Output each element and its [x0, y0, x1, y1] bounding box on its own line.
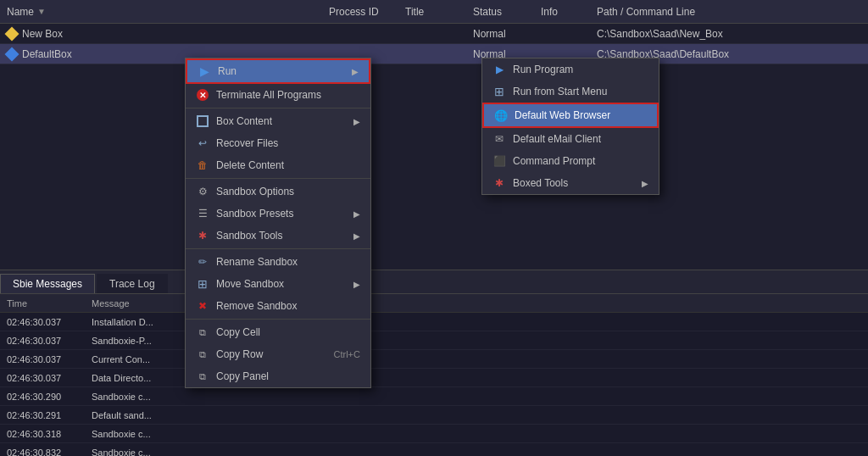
submenu-label-boxed-tools: Boxed Tools — [513, 177, 568, 189]
menu-separator-2 — [186, 178, 370, 179]
boxed-tools-icon: ✱ — [492, 176, 506, 190]
menu-separator — [186, 108, 370, 108]
submenu-item-default-email[interactable]: ✉ Default eMail Client — [482, 128, 659, 150]
menu-item-recover-files[interactable]: ↩ Recover Files — [186, 132, 370, 154]
box-icon — [196, 114, 209, 128]
menu-label-terminate: Terminate All Programs — [216, 89, 321, 101]
menu-item-copy-panel[interactable]: ⧉ Copy Panel — [186, 365, 370, 387]
menu-item-sandbox-presets[interactable]: ☰ Sandbox Presets ▶ — [186, 203, 370, 225]
menu-item-terminate[interactable]: ✕ Terminate All Programs — [186, 84, 370, 106]
context-menu-overlay: ▶ Run ▶ ✕ Terminate All Programs Box Con… — [0, 0, 868, 456]
gear-icon: ⚙ — [196, 185, 209, 198]
menu-label-delete: Delete Content — [216, 159, 284, 171]
x-circle-icon: ✕ — [196, 88, 209, 102]
menu-item-sandbox-tools[interactable]: ✱ Sandbox Tools ▶ — [186, 225, 370, 247]
run-submenu: ▶ Run Program ⊞ Run from Start Menu 🌐 De… — [481, 58, 659, 195]
submenu-label-cmd: Command Prompt — [513, 155, 595, 167]
menu-item-rename[interactable]: ✏ Rename Sandbox — [186, 251, 370, 273]
submenu-item-run-program[interactable]: ▶ Run Program — [482, 58, 659, 81]
submenu-label-email: Default eMail Client — [513, 133, 601, 145]
remove-icon: ✖ — [196, 299, 209, 313]
copy-cell-icon: ⧉ — [196, 325, 209, 339]
main-context-menu: ▶ Run ▶ ✕ Terminate All Programs Box Con… — [185, 58, 371, 388]
submenu-label-run-start: Run from Start Menu — [513, 86, 607, 97]
recover-icon: ↩ — [196, 136, 209, 150]
copy-panel-icon: ⧉ — [196, 370, 209, 383]
menu-separator-3 — [186, 248, 370, 249]
copy-row-icon: ⧉ — [196, 348, 209, 361]
menu-label-copy-panel: Copy Panel — [216, 370, 269, 382]
menu-item-delete-content[interactable]: 🗑 Delete Content — [186, 154, 370, 176]
submenu-item-run-start-menu[interactable]: ⊞ Run from Start Menu — [482, 81, 659, 103]
menu-label-run: Run — [218, 65, 236, 77]
submenu-arrow-icon-4: ▶ — [353, 231, 360, 241]
submenu-label-run-program: Run Program — [513, 64, 573, 75]
menu-label-sandbox-tools: Sandbox Tools — [216, 230, 283, 242]
submenu-item-boxed-tools[interactable]: ✱ Boxed Tools ▶ — [482, 172, 659, 194]
menu-label-box-content: Box Content — [216, 115, 272, 127]
start-menu-icon: ⊞ — [492, 85, 506, 98]
menu-item-remove[interactable]: ✖ Remove Sandbox — [186, 295, 370, 317]
menu-label-rename: Rename Sandbox — [216, 256, 298, 268]
submenu-arrow-icon-3: ▶ — [353, 209, 360, 219]
menu-item-move[interactable]: ⊞ Move Sandbox ▶ — [186, 273, 370, 295]
menu-item-copy-row[interactable]: ⧉ Copy Row Ctrl+C — [186, 343, 370, 365]
menu-label-recover: Recover Files — [216, 137, 278, 149]
run-icon: ▶ — [198, 64, 211, 78]
run-program-icon: ▶ — [492, 63, 506, 76]
menu-label-move: Move Sandbox — [216, 278, 284, 290]
email-icon: ✉ — [492, 132, 506, 146]
submenu-label-web-browser: Default Web Browser — [515, 109, 610, 121]
menu-label-sandbox-presets: Sandbox Presets — [216, 208, 293, 220]
web-browser-icon: 🌐 — [494, 108, 508, 122]
submenu-arrow-icon-2: ▶ — [353, 117, 360, 126]
menu-item-box-content[interactable]: Box Content ▶ — [186, 110, 370, 132]
menu-separator-4 — [186, 319, 370, 320]
move-icon: ⊞ — [196, 277, 209, 291]
submenu-arrow-icon: ▶ — [352, 67, 359, 76]
copy-row-shortcut: Ctrl+C — [334, 349, 360, 359]
tools-icon: ✱ — [196, 229, 209, 242]
menu-item-sandbox-options[interactable]: ⚙ Sandbox Options — [186, 181, 370, 203]
menu-label-remove: Remove Sandbox — [216, 300, 297, 312]
menu-label-copy-row: Copy Row — [216, 348, 263, 360]
preset-icon: ☰ — [196, 207, 209, 220]
menu-item-copy-cell[interactable]: ⧉ Copy Cell — [186, 321, 370, 343]
submenu-arrow-icon-5: ▶ — [353, 280, 360, 289]
submenu-item-default-web[interactable]: 🌐 Default Web Browser — [482, 103, 659, 128]
cmd-icon: ⬛ — [492, 154, 506, 168]
delete-icon: 🗑 — [196, 158, 209, 172]
menu-label-copy-cell: Copy Cell — [216, 326, 260, 338]
rename-icon: ✏ — [196, 255, 209, 269]
boxed-tools-arrow-icon: ▶ — [642, 179, 648, 188]
menu-item-run[interactable]: ▶ Run ▶ — [186, 58, 370, 84]
submenu-item-command-prompt[interactable]: ⬛ Command Prompt — [482, 150, 659, 172]
menu-label-sandbox-options: Sandbox Options — [216, 186, 294, 197]
